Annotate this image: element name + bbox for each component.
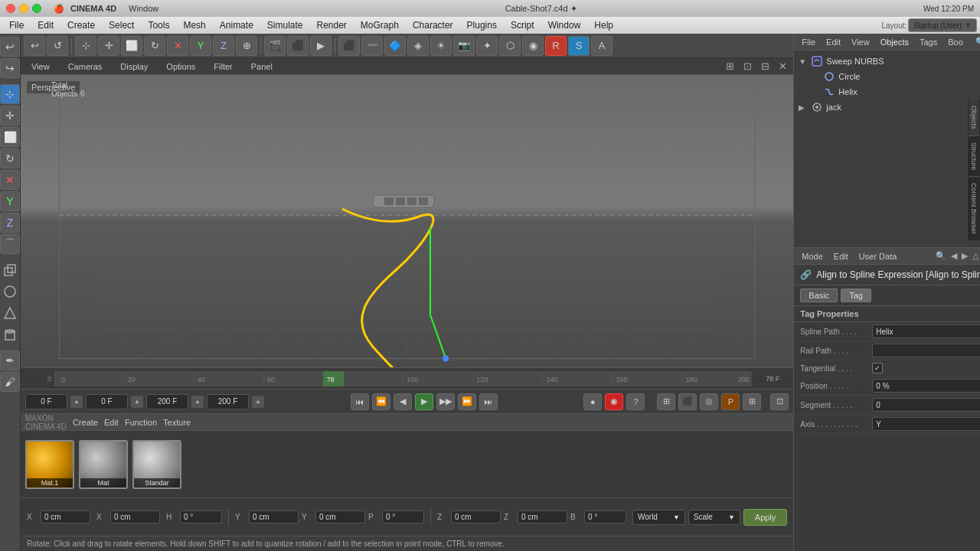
app-menu[interactable]: Window xyxy=(129,4,158,13)
expand-sweep[interactable]: ▼ xyxy=(799,57,808,66)
tb-spline[interactable]: 〰 xyxy=(361,36,383,56)
tb-world[interactable]: ⊕ xyxy=(236,36,257,56)
side-tab-objects[interactable]: Objects xyxy=(969,99,979,136)
obj-search[interactable]: 🔍 xyxy=(975,37,980,47)
btn-prev-key[interactable]: ⏪ xyxy=(372,393,390,410)
tool-cube[interactable] xyxy=(0,260,20,280)
tool-cylinder[interactable] xyxy=(0,324,20,344)
frame-end-field[interactable]: 200 F xyxy=(146,394,188,409)
timeline-ruler[interactable]: 0 20 40 60 78 100 120 xyxy=(54,371,752,386)
menu-help[interactable]: Help xyxy=(588,18,619,32)
vp-panel[interactable]: Panel xyxy=(247,60,277,73)
mat-texture[interactable]: Texture xyxy=(163,418,191,427)
tab-tags[interactable]: Tags xyxy=(916,36,940,48)
minimize-button[interactable] xyxy=(19,4,28,13)
prop-tab-tag[interactable]: Tag xyxy=(841,289,871,302)
prop-userdata[interactable]: User Data xyxy=(856,250,900,262)
tool-scale[interactable]: ⬜ xyxy=(0,127,20,147)
segment-field[interactable]: 0 xyxy=(872,398,980,412)
menu-render[interactable]: Render xyxy=(311,18,353,32)
tab-view[interactable]: View xyxy=(848,36,873,48)
prop-back[interactable]: ◀ xyxy=(951,251,957,261)
viewport-canvas[interactable]: Y X Z Perspective xyxy=(21,75,793,367)
frame-start-field[interactable]: 0 F xyxy=(25,394,67,409)
mat-create[interactable]: Create xyxy=(73,418,98,427)
vp-cameras[interactable]: Cameras xyxy=(64,60,107,73)
tb-select-all[interactable]: ⊹ xyxy=(75,36,96,56)
btn-prev-frame[interactable]: ◀ xyxy=(394,393,412,410)
btn-help[interactable]: ? xyxy=(626,393,645,410)
spline-path-dropdown[interactable]: Helix xyxy=(872,324,980,338)
prop-mode[interactable]: Mode xyxy=(799,250,826,262)
tb-move[interactable]: ✛ xyxy=(98,36,119,56)
prop-edit[interactable]: Edit xyxy=(831,250,851,262)
vp-btn2[interactable]: ⊡ xyxy=(743,60,752,72)
prop-search[interactable]: 🔍 xyxy=(936,251,946,261)
material-item-2[interactable]: Standar xyxy=(132,440,181,489)
tangential-checkbox[interactable] xyxy=(872,363,883,373)
obj-row-circle[interactable]: Circle xyxy=(794,69,980,84)
prop-tab-basic[interactable]: Basic xyxy=(800,289,838,302)
btn-dots[interactable]: ⊡ xyxy=(770,393,789,410)
menu-script[interactable]: Script xyxy=(505,18,541,32)
coord-h-field[interactable]: 0 ° xyxy=(180,510,222,523)
tool-z[interactable]: Z xyxy=(0,213,20,233)
tool-pen[interactable]: ✒ xyxy=(0,350,20,370)
frame-current-arrow[interactable]: ▲ xyxy=(131,396,143,408)
tb-render[interactable]: ▶ xyxy=(310,36,332,56)
btn-record[interactable]: ● xyxy=(583,393,602,410)
menu-tools[interactable]: Tools xyxy=(142,18,175,32)
obj-row-sweep-nurbs[interactable]: ▼ Sweep NURBS xyxy=(794,54,980,69)
world-dropdown[interactable]: World ▼ xyxy=(632,510,685,525)
close-button[interactable] xyxy=(6,4,15,13)
tb-undo[interactable]: ↩ xyxy=(24,36,45,56)
frame-end-arrow[interactable]: ▲ xyxy=(191,396,204,408)
tool-select[interactable]: ⊹ xyxy=(0,84,20,104)
tb-scale[interactable]: ⬜ xyxy=(121,36,142,56)
scale-dropdown[interactable]: Scale ▼ xyxy=(688,510,740,525)
menu-select[interactable]: Select xyxy=(103,18,140,32)
btn-last-frame[interactable]: ⏭ xyxy=(479,393,498,410)
btn-snap2[interactable]: ⬛ xyxy=(678,393,697,410)
coord-z-field[interactable]: 0 cm xyxy=(451,510,501,523)
maximize-button[interactable] xyxy=(32,4,41,13)
tool-undo[interactable]: ↩ xyxy=(0,37,20,57)
tb-nurbs[interactable]: 🔷 xyxy=(384,36,406,56)
side-tab-structure[interactable]: Structure xyxy=(969,136,979,178)
coord-y-field[interactable]: 0 cm xyxy=(249,510,299,523)
coord-x2-field[interactable]: 0 cm xyxy=(110,510,160,523)
vp-view[interactable]: View xyxy=(27,60,54,73)
menu-create[interactable]: Create xyxy=(61,18,101,32)
expand-jack[interactable]: ▶ xyxy=(799,103,808,112)
btn-next-frame[interactable]: ▶▶ xyxy=(436,393,455,410)
tool-paint[interactable]: 🖌 xyxy=(0,372,20,392)
obj-row-helix[interactable]: Helix xyxy=(794,84,980,99)
tb-camera[interactable]: 📷 xyxy=(453,36,475,56)
btn-play[interactable]: ▶ xyxy=(415,393,433,410)
tool-cone[interactable] xyxy=(0,303,20,323)
btn-grid[interactable]: ⊞ xyxy=(743,393,761,410)
tb-material[interactable]: ◉ xyxy=(522,36,544,56)
vp-btn1[interactable]: ⊞ xyxy=(726,60,734,72)
coord-z2-field[interactable]: 0 cm xyxy=(518,510,567,523)
menu-animate[interactable]: Animate xyxy=(214,18,260,32)
material-item-0[interactable]: Mat.1 xyxy=(25,440,74,489)
frame-start-arrow[interactable]: ▲ xyxy=(70,396,83,408)
frame-current-field[interactable]: 0 F xyxy=(86,394,128,409)
tb-cube3d[interactable]: ⬛ xyxy=(338,36,360,56)
vp-options[interactable]: Options xyxy=(162,60,200,73)
prop-triangle[interactable]: △ xyxy=(972,251,978,261)
side-tab-browser[interactable]: Content Browser xyxy=(969,177,979,240)
menu-plugins[interactable]: Plugins xyxy=(461,18,503,32)
tab-boo[interactable]: Boo xyxy=(945,36,966,48)
menu-mesh[interactable]: Mesh xyxy=(177,18,211,32)
tool-y[interactable]: Y xyxy=(0,191,20,211)
apply-button[interactable]: Apply xyxy=(743,509,788,526)
obj-row-jack[interactable]: ▶ jack xyxy=(794,99,980,115)
btn-keyframe[interactable]: ◉ xyxy=(605,393,623,410)
window-controls[interactable] xyxy=(6,4,41,13)
prop-fwd[interactable]: ▶ xyxy=(962,251,968,261)
menu-simulate[interactable]: Simulate xyxy=(261,18,309,32)
tb-floor[interactable]: ⬡ xyxy=(499,36,521,56)
menu-edit[interactable]: Edit xyxy=(31,18,60,32)
